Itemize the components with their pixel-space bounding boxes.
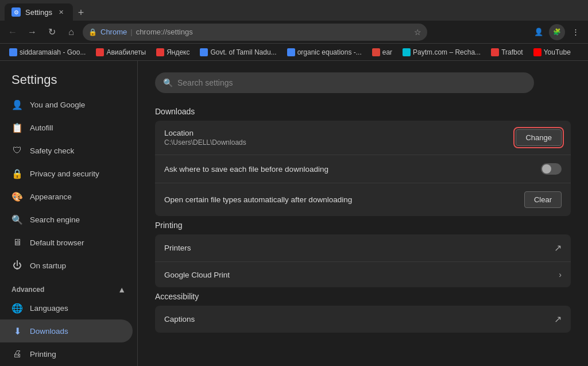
sidebar-item-appearance[interactable]: 🎨 Appearance [0,185,133,208]
bookmark-item-paytm[interactable]: Paytm.com – Recha... [398,47,485,57]
search-icon: 🔍 [163,78,173,87]
bookmark-item-trafbot[interactable]: Trafbot [486,47,528,57]
bookmark-item-youtube[interactable]: YouTube [529,47,575,57]
location-row: Location C:\Users\DELL\Downloads Change [155,121,571,155]
downloads-card: Location C:\Users\DELL\Downloads Change … [155,121,571,216]
tab-favicon: ⚙ [11,7,21,17]
ask-download-toggle[interactable] [541,163,562,175]
bookmark-item-aviabilety[interactable]: Авиабилеты [91,47,150,57]
main-content: Settings 👤 You and Google 📋 Autofill 🛡 S… [0,61,588,366]
extension-icon[interactable]: 🧩 [549,24,565,40]
sidebar-item-label: Downloads [30,327,68,336]
chevron-right-icon: › [559,270,562,279]
account-icon[interactable]: 👤 [531,24,547,40]
sidebar-item-label: On startup [30,261,66,270]
omnibox-chrome-label: Chrome [100,28,127,36]
bookmark-favicon [372,48,380,56]
omnibox[interactable]: 🔒 Chrome | chrome://settings ☆ [83,24,427,41]
location-text: Location C:\Users\DELL\Downloads [164,129,516,147]
new-tab-button[interactable]: + [73,5,89,21]
sidebar-item-languages[interactable]: 🌐 Languages [0,296,133,319]
sidebar-item-search-engine[interactable]: 🔍 Search engine [0,208,133,231]
change-button[interactable]: Change [516,129,562,146]
ask-download-text: Ask where to save each file before downl… [164,165,541,174]
sidebar-item-downloads[interactable]: ⬇ Downloads [0,319,133,342]
captions-row[interactable]: Captions ↗ [155,306,571,333]
bookmark-label: YouTube [544,48,571,56]
bookmark-item-ear[interactable]: ear [368,47,397,57]
captions-label: Captions [164,315,554,323]
you-and-google-icon: 👤 [11,99,23,110]
sidebar-item-printing[interactable]: 🖨 Printing [0,342,133,365]
downloads-section-title: Downloads [155,107,571,116]
forward-button[interactable]: → [24,24,40,40]
title-bar: ⚙ Settings ✕ + [0,0,588,21]
bookmark-label: Govt. of Tamil Nadu... [210,48,276,56]
home-button[interactable]: ⌂ [63,24,79,40]
bookmark-item-organic[interactable]: organic equations -... [283,47,366,57]
advanced-label: Advanced [11,286,44,294]
bookmark-favicon [9,48,17,56]
bookmark-item-siddaramaiah[interactable]: siddaramaiah - Goo... [5,47,90,57]
tab-title: Settings [25,8,52,17]
bookmark-item-govt[interactable]: Govt. of Tamil Nadu... [195,47,281,57]
tab-area: ⚙ Settings ✕ + [5,0,583,21]
printers-text: Printers [164,244,554,252]
sidebar-item-privacy-security[interactable]: 🔒 Privacy and security [0,162,133,185]
bookmark-label: siddaramaiah - Goo... [20,48,86,56]
google-cloud-print-label: Google Cloud Print [164,271,559,279]
languages-icon: 🌐 [11,302,23,314]
bookmark-favicon [533,48,541,56]
bookmark-label: Авиабилеты [106,48,146,56]
more-menu-button[interactable]: ⋮ [567,24,583,40]
bookmark-label: Paytm.com – Recha... [413,48,481,56]
refresh-button[interactable]: ↻ [44,24,60,40]
printing-section-title: Printing [155,221,571,230]
active-tab[interactable]: ⚙ Settings ✕ [5,3,73,21]
google-cloud-print-text: Google Cloud Print [164,271,559,279]
bookmark-favicon [200,48,208,56]
open-file-types-label: Open certain file types automatically af… [164,195,524,204]
bookmark-label: organic equations -... [297,48,362,56]
sidebar-item-on-startup[interactable]: ⏻ On startup [0,254,133,277]
open-file-types-text: Open certain file types automatically af… [164,195,524,204]
printers-row[interactable]: Printers ↗ [155,234,571,262]
sidebar-item-autofill[interactable]: 📋 Autofill [0,116,133,139]
captions-text: Captions [164,315,554,323]
search-input[interactable] [177,78,526,87]
bookmark-star-icon[interactable]: ☆ [414,28,421,37]
settings-title: Settings [0,61,137,93]
search-engine-icon: 🔍 [11,214,23,225]
settings-search-bar[interactable]: 🔍 [155,72,534,93]
sidebar-item-label: Appearance [30,192,72,201]
sidebar-item-label: Autofill [30,124,53,132]
external-link-icon: ↗ [554,314,562,325]
bookmark-favicon [491,48,499,56]
advanced-collapse-icon[interactable]: ▲ [118,285,126,294]
google-cloud-print-row[interactable]: Google Cloud Print › [155,262,571,287]
sidebar-item-you-and-google[interactable]: 👤 You and Google [0,93,133,116]
sidebar: Settings 👤 You and Google 📋 Autofill 🛡 S… [0,61,138,366]
default-browser-icon: 🖥 [11,237,23,248]
ask-download-row: Ask where to save each file before downl… [155,155,571,183]
lock-icon: 🔒 [88,28,97,36]
sidebar-item-label: Privacy and security [30,169,99,178]
sidebar-item-safety-check[interactable]: 🛡 Safety check [0,139,133,162]
sidebar-item-label: You and Google [30,101,85,109]
back-button[interactable]: ← [5,24,21,40]
privacy-security-icon: 🔒 [11,168,23,179]
tab-close-button[interactable]: ✕ [57,7,66,17]
clear-button[interactable]: Clear [524,191,562,208]
omnibox-separator: | [130,28,132,36]
location-label: Location [164,129,516,137]
sidebar-item-label: Languages [30,304,68,313]
location-path: C:\Users\DELL\Downloads [164,138,516,147]
appearance-icon: 🎨 [11,191,23,202]
bookmark-favicon [96,48,104,56]
content-area: 🔍 Downloads Location C:\Users\DELL\Downl… [138,61,588,366]
printing-icon: 🖨 [11,348,23,360]
bookmark-item-yandex[interactable]: Яндекс [152,47,194,57]
sidebar-item-default-browser[interactable]: 🖥 Default browser [0,231,133,254]
toggle-knob [542,164,551,174]
address-bar: ← → ↻ ⌂ 🔒 Chrome | chrome://settings ☆ 👤… [0,21,588,44]
